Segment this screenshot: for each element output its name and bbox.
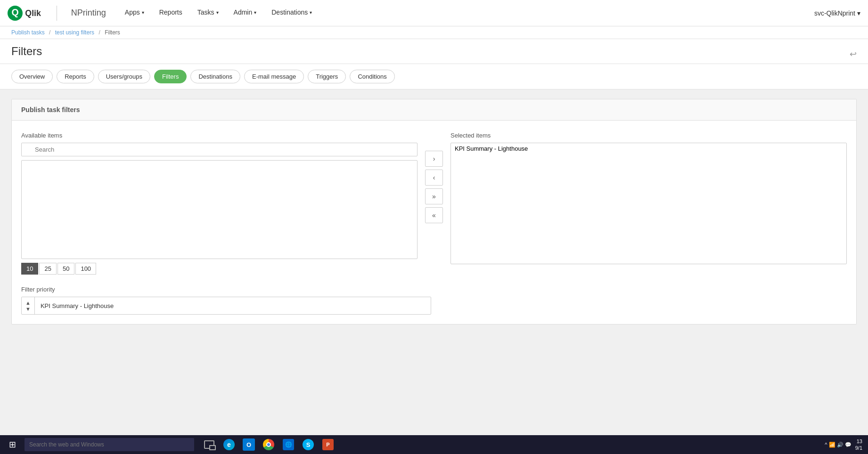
move-all-left-button[interactable]: « [425,207,443,223]
available-items-side: Available items 🔍 10 25 50 100 [21,132,418,275]
page-size-50[interactable]: 50 [57,263,74,275]
filter-priority-label: Filter priority [21,286,847,293]
qlik-logo: Q Qlik NPrinting [8,6,106,21]
main-content: Publish task filters Available items 🔍 1… [0,89,868,334]
filter-priority-input-wrapper: ▲ ▼ KPI Summary - Lighthouse [21,297,431,315]
tab-filters[interactable]: Filters [154,70,187,83]
selected-items-side: Selected items KPI Summary - Lighthouse [450,132,847,264]
nav-reports[interactable]: Reports [152,0,190,26]
filter-priority-section: Filter priority ▲ ▼ KPI Summary - Lighth… [21,286,847,315]
tasks-caret-icon: ▾ [216,10,219,15]
nav-tasks[interactable]: Tasks ▾ [190,0,226,26]
tab-bar: Overview Reports Users/groups Filters De… [0,64,868,89]
page-title: Filters [11,45,42,64]
available-items-list[interactable] [21,160,418,259]
available-items-label: Available items [21,132,418,139]
breadcrumb-publish-tasks[interactable]: Publish tasks [11,29,45,36]
navbar-links: Apps ▾ Reports Tasks ▾ Admin ▾ Destinati… [117,0,814,26]
breadcrumb: Publish tasks / test using filters / Fil… [0,26,868,39]
selected-item-0[interactable]: KPI Summary - Lighthouse [451,143,846,154]
svg-text:Qlik: Qlik [25,8,41,18]
tab-triggers[interactable]: Triggers [308,70,346,83]
apps-caret-icon: ▾ [142,10,144,15]
transfer-widget: Available items 🔍 10 25 50 100 [21,132,847,275]
filter-priority-arrows[interactable]: ▲ ▼ [22,297,35,314]
page-header: Filters ↩ [0,39,868,64]
user-menu[interactable]: svc-QlikNprint ▾ [814,9,860,17]
destinations-caret-icon: ▾ [310,10,312,15]
selected-items-label: Selected items [450,132,847,139]
selected-items-list[interactable]: KPI Summary - Lighthouse [450,143,847,264]
priority-down-icon: ▼ [25,306,31,312]
admin-caret-icon: ▾ [254,10,256,15]
pagination-row: 10 25 50 100 [21,263,418,275]
nav-apps[interactable]: Apps ▾ [117,0,152,26]
logo-divider [57,6,57,21]
search-wrapper: 🔍 [21,143,418,158]
tab-destinations[interactable]: Destinations [190,70,240,83]
tab-users-groups[interactable]: Users/groups [98,70,150,83]
transfer-controls: › ‹ » « [425,132,443,223]
priority-up-icon: ▲ [25,300,31,306]
back-button[interactable]: ↩ [850,49,857,59]
page-size-25[interactable]: 25 [39,263,56,275]
tab-overview[interactable]: Overview [11,70,53,83]
page-size-10[interactable]: 10 [21,263,38,275]
move-left-button[interactable]: ‹ [425,170,443,186]
breadcrumb-test-using-filters[interactable]: test using filters [55,29,94,36]
nav-admin[interactable]: Admin ▾ [226,0,264,26]
move-right-button[interactable]: › [425,151,443,167]
nav-destinations[interactable]: Destinations ▾ [264,0,319,26]
panel-body: Available items 🔍 10 25 50 100 [12,121,856,324]
nprinting-label: NPrinting [71,8,106,18]
tab-email-message[interactable]: E-mail message [244,70,304,83]
tab-conditions[interactable]: Conditions [350,70,394,83]
page-size-100[interactable]: 100 [75,263,96,275]
navbar: Q Qlik NPrinting Apps ▾ Reports Tasks ▾ … [0,0,868,26]
publish-task-filters-panel: Publish task filters Available items 🔍 1… [11,99,857,324]
breadcrumb-current: Filters [105,29,120,36]
move-all-right-button[interactable]: » [425,188,443,204]
panel-header: Publish task filters [12,99,856,121]
svg-text:Q: Q [11,7,18,17]
available-items-search[interactable] [21,143,418,156]
filter-priority-value: KPI Summary - Lighthouse [35,299,431,313]
tab-reports[interactable]: Reports [57,70,94,83]
